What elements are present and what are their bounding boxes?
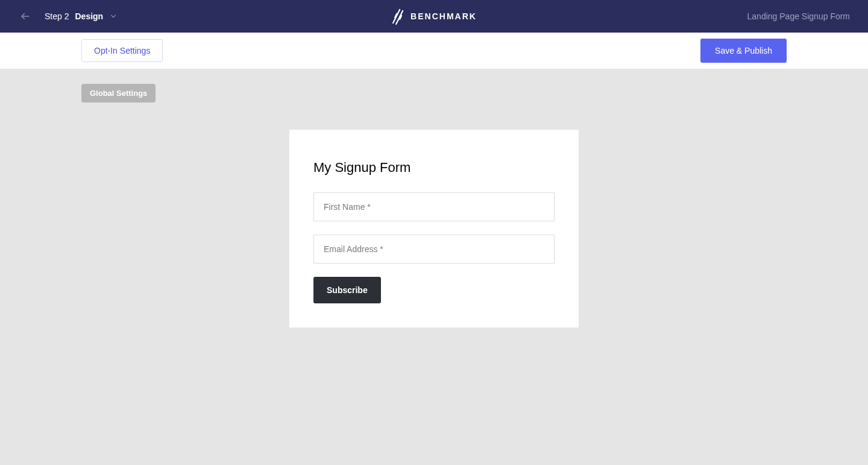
svg-line-1 — [393, 10, 400, 23]
step-prefix-label: Step 2 — [45, 11, 69, 21]
email-field[interactable] — [313, 235, 555, 264]
brand-mark-icon — [391, 7, 404, 25]
form-card-wrap: My Signup Form Subscribe — [81, 130, 787, 327]
design-canvas: Global Settings My Signup Form Subscribe — [0, 69, 868, 343]
signup-form-card[interactable]: My Signup Form Subscribe — [289, 130, 579, 327]
subscribe-button[interactable]: Subscribe — [313, 277, 381, 303]
action-bar: Opt-In Settings Save & Publish — [0, 33, 868, 69]
first-name-field[interactable] — [313, 192, 555, 221]
global-settings-tag[interactable]: Global Settings — [81, 84, 156, 103]
optin-settings-button[interactable]: Opt-In Settings — [81, 39, 163, 62]
page-context-label: Landing Page Signup Form — [747, 11, 850, 21]
brand-name-label: BENCHMARK — [410, 11, 477, 21]
topbar-left-group: Step 2 Design — [18, 9, 118, 24]
form-title: My Signup Form — [313, 160, 555, 176]
brand-logo[interactable]: BENCHMARK — [391, 7, 477, 25]
chevron-down-icon — [109, 12, 118, 21]
svg-line-2 — [396, 11, 403, 24]
step-title-label: Design — [75, 11, 103, 21]
save-publish-button[interactable]: Save & Publish — [700, 39, 787, 63]
step-dropdown[interactable]: Step 2 Design — [45, 11, 118, 21]
top-navigation-bar: Step 2 Design BENCHMARK Landing Page Sig… — [0, 0, 868, 33]
back-arrow-icon[interactable] — [18, 9, 33, 24]
